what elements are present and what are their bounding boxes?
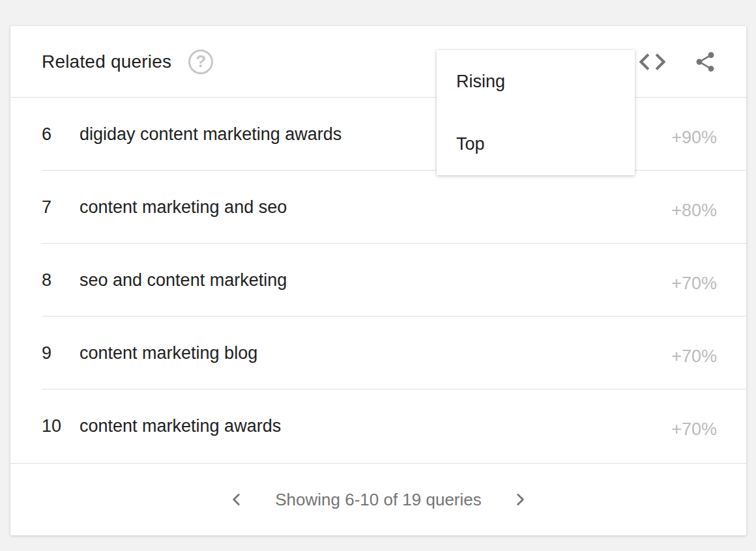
related-queries-card: Related queries ? 6 digiday content mark… (10, 26, 746, 535)
query-rank: 8 (42, 270, 80, 290)
query-change: +80% (671, 194, 717, 221)
sort-dropdown-menu: Rising Top (437, 50, 635, 175)
query-row[interactable]: 6 digiday content marketing awards +90% (10, 98, 746, 171)
query-row[interactable]: 9 content marketing blog +70% (10, 317, 746, 389)
query-row[interactable]: 8 seo and content marketing +70% (10, 244, 746, 317)
dropdown-option-rising[interactable]: Rising (437, 50, 635, 113)
query-link[interactable]: content marketing awards (80, 416, 671, 436)
query-change: +90% (671, 121, 717, 148)
query-change: +70% (671, 267, 717, 294)
chevron-right-icon (512, 491, 529, 508)
query-rank: 7 (42, 197, 80, 218)
next-page-button[interactable] (509, 488, 531, 511)
dropdown-option-top[interactable]: Top (437, 113, 635, 175)
query-link[interactable]: content marketing and seo (80, 197, 671, 218)
chevron-left-icon (228, 491, 245, 508)
share-icon (693, 50, 717, 74)
card-header: Related queries ? (10, 26, 746, 98)
query-row[interactable]: 7 content marketing and seo +80% (10, 171, 746, 244)
pagination-status: Showing 6-10 of 19 queries (275, 490, 482, 510)
query-row[interactable]: 10 content marketing awards +70% (10, 389, 746, 462)
query-list: 6 digiday content marketing awards +90% … (10, 98, 746, 463)
share-button[interactable] (693, 50, 717, 74)
pagination: Showing 6-10 of 19 queries (10, 463, 746, 535)
query-link[interactable]: seo and content marketing (80, 270, 671, 290)
help-icon[interactable]: ? (188, 49, 213, 74)
previous-page-button[interactable] (225, 488, 248, 511)
query-change: +70% (671, 413, 717, 440)
card-title: Related queries (42, 51, 171, 72)
query-change: +70% (671, 340, 717, 367)
query-link[interactable]: content marketing blog (80, 343, 671, 363)
embed-button[interactable] (639, 53, 666, 71)
embed-code-icon (639, 53, 666, 71)
query-rank: 9 (42, 343, 80, 363)
query-rank: 6 (42, 124, 80, 145)
query-rank: 10 (42, 416, 80, 436)
